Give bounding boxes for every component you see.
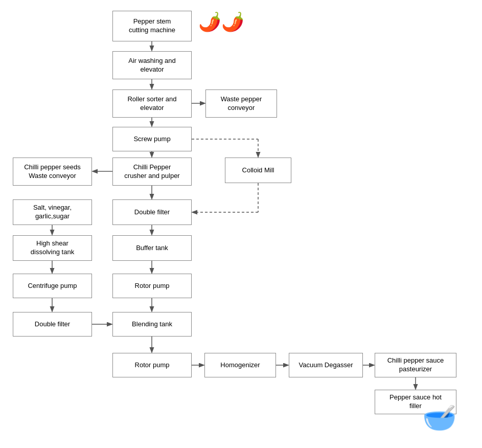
- box-colloid-mill: Colloid Mill: [225, 158, 291, 183]
- box-screw-pump: Screw pump: [112, 127, 192, 151]
- box-vacuum-degasser: Vacuum Degasser: [289, 353, 363, 377]
- box-chilli-crusher: Chilli Peppercrusher and pulper: [112, 158, 192, 186]
- box-blending-tank: Blending tank: [112, 312, 192, 337]
- box-salt-vinegar: Salt, vinegar,garlic,sugar: [13, 199, 92, 225]
- box-double-filter1: Double filter: [112, 199, 192, 225]
- box-buffer-tank: Buffer tank: [112, 235, 192, 261]
- box-waste-pepper: Waste pepperconveyor: [205, 89, 277, 118]
- bowl-decoration: 🥣: [422, 401, 456, 434]
- box-double-filter2: Double filter: [13, 312, 92, 337]
- chili-decoration: 🌶️🌶️: [198, 11, 244, 33]
- box-chilli-seeds: Chilli pepper seedsWaste conveyor: [13, 158, 92, 186]
- flowchart: Pepper stemcutting machine Air washing a…: [0, 0, 482, 448]
- box-high-shear: High sheardissolving tank: [13, 235, 92, 261]
- box-pepper-stem: Pepper stemcutting machine: [112, 11, 192, 41]
- box-rotor-pump2: Rotor pump: [112, 353, 192, 377]
- box-chilli-paste: Chilli pepper saucepasteurizer: [375, 353, 456, 377]
- box-roller-sorter: Roller sorter andelevator: [112, 89, 192, 118]
- box-homogenizer: Homogenizer: [204, 353, 276, 377]
- box-air-washing: Air washing andelevator: [112, 51, 192, 79]
- box-rotor-pump1: Rotor pump: [112, 274, 192, 298]
- box-centrifuge: Centrifuge pump: [13, 274, 92, 298]
